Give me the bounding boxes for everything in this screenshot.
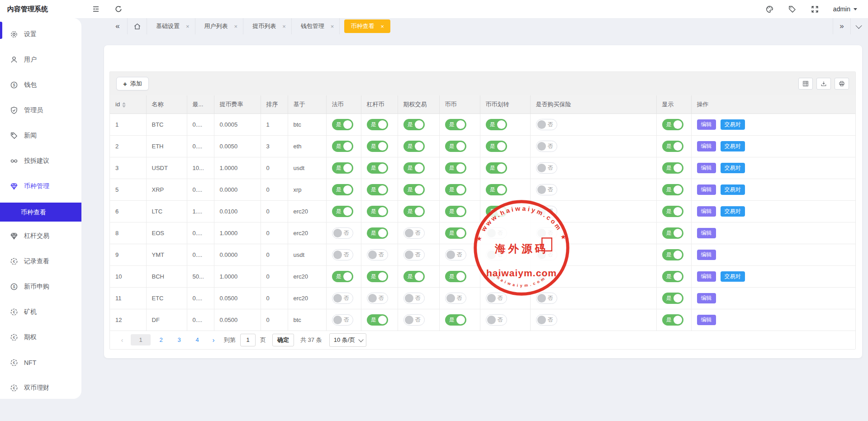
option-toggle[interactable]: 是	[403, 119, 425, 130]
close-tab-icon[interactable]: ×	[186, 24, 190, 29]
edit-button[interactable]: 编辑	[697, 228, 716, 238]
coin-toggle[interactable]: 是	[445, 314, 466, 326]
edit-button[interactable]: 编辑	[697, 163, 716, 173]
lever-toggle[interactable]: 是	[367, 184, 388, 195]
trading-pair-button[interactable]: 交易对	[721, 119, 745, 130]
insurance-toggle[interactable]: 否	[536, 314, 557, 326]
coin-toggle[interactable]: 是	[445, 141, 466, 152]
insurance-toggle[interactable]: 否	[536, 206, 557, 217]
insurance-toggle[interactable]: 否	[536, 162, 557, 174]
coin-toggle[interactable]: 否	[445, 293, 466, 304]
transfer-toggle[interactable]: 是	[486, 206, 507, 217]
collapse-sidebar-icon[interactable]	[91, 5, 100, 14]
column-header-id[interactable]: id	[110, 95, 146, 114]
sidebar-item-nft[interactable]: €NFT	[0, 354, 81, 372]
sidebar-item-admins[interactable]: 管理员	[0, 101, 81, 119]
filter-columns-button[interactable]	[798, 78, 813, 90]
trading-pair-button[interactable]: 交易对	[721, 271, 745, 282]
insurance-toggle[interactable]: 否	[536, 227, 557, 239]
lever-toggle[interactable]: 是	[367, 314, 388, 326]
edit-button[interactable]: 编辑	[697, 184, 716, 195]
show-toggle[interactable]: 是	[662, 184, 683, 195]
sidebar-item-miner[interactable]: €矿机	[0, 303, 81, 321]
sidebar-item-records[interactable]: €记录查看	[0, 252, 81, 270]
option-toggle[interactable]: 否	[403, 249, 425, 260]
show-toggle[interactable]: 是	[662, 206, 683, 217]
show-toggle[interactable]: 是	[662, 227, 683, 239]
sidebar-item-wallet[interactable]: $钱包	[0, 76, 81, 94]
fiat-toggle[interactable]: 否	[332, 227, 353, 239]
option-toggle[interactable]: 否	[403, 314, 425, 326]
close-tab-icon[interactable]: ×	[380, 24, 384, 29]
coin-toggle[interactable]: 是	[445, 206, 466, 217]
sidebar-item-news[interactable]: 新闻	[0, 127, 81, 145]
transfer-toggle[interactable]: 是	[486, 184, 507, 195]
confirm-page-button[interactable]: 确定	[272, 334, 294, 346]
option-toggle[interactable]: 是	[403, 206, 425, 217]
tab-user-list[interactable]: 用户列表×	[195, 18, 244, 34]
fiat-toggle[interactable]: 否	[332, 249, 353, 260]
transfer-toggle[interactable]: 是	[486, 162, 507, 174]
home-tab[interactable]	[128, 18, 147, 34]
fiat-toggle[interactable]: 是	[332, 271, 353, 282]
lever-toggle[interactable]: 是	[367, 119, 388, 130]
tabs-scroll-right-button[interactable]: »	[833, 18, 850, 34]
option-toggle[interactable]: 是	[403, 141, 425, 152]
transfer-toggle[interactable]: 否	[486, 314, 507, 326]
fiat-toggle[interactable]: 是	[332, 141, 353, 152]
show-toggle[interactable]: 是	[662, 249, 683, 260]
tab-base-settings[interactable]: 基础设置×	[147, 18, 195, 34]
page-number-1[interactable]: 1	[131, 334, 151, 345]
close-tab-icon[interactable]: ×	[331, 24, 334, 29]
insurance-toggle[interactable]: 否	[536, 249, 557, 260]
lever-toggle[interactable]: 是	[367, 227, 388, 239]
next-page-button[interactable]: ›	[208, 336, 219, 344]
show-toggle[interactable]: 是	[662, 293, 683, 304]
jump-page-input[interactable]	[240, 334, 256, 346]
prev-page-button[interactable]: ‹	[116, 336, 128, 344]
sidebar-subitem-coin-view[interactable]: 币种查看	[0, 203, 81, 222]
fiat-toggle[interactable]: 是	[332, 206, 353, 217]
fiat-toggle[interactable]: 否	[332, 293, 353, 304]
option-toggle[interactable]: 否	[403, 293, 425, 304]
lever-toggle[interactable]: 是	[367, 141, 388, 152]
page-size-select[interactable]: 10 条/页	[329, 333, 367, 347]
lever-toggle[interactable]: 否	[367, 249, 388, 260]
fullscreen-icon[interactable]	[811, 5, 820, 14]
sidebar-item-coin-manage[interactable]: 币种管理	[0, 177, 81, 195]
add-button[interactable]: + 添加	[116, 77, 149, 90]
insurance-toggle[interactable]: 否	[536, 271, 557, 282]
insurance-toggle[interactable]: 否	[536, 293, 557, 304]
coin-toggle[interactable]: 是	[445, 271, 466, 282]
sidebar-item-option[interactable]: €期权	[0, 328, 81, 346]
show-toggle[interactable]: 是	[662, 314, 683, 326]
transfer-toggle[interactable]: 否	[486, 293, 507, 304]
page-number-2[interactable]: 2	[153, 335, 169, 345]
page-number-3[interactable]: 3	[171, 335, 187, 345]
show-toggle[interactable]: 是	[662, 119, 683, 130]
tab-withdraw-list[interactable]: 提币列表×	[243, 18, 292, 34]
trading-pair-button[interactable]: 交易对	[721, 184, 745, 195]
lever-toggle[interactable]: 是	[367, 162, 388, 174]
tabs-menu-button[interactable]	[850, 18, 868, 34]
transfer-toggle[interactable]: 是	[486, 141, 507, 152]
sidebar-item-leverage[interactable]: 杠杆交易	[0, 227, 81, 245]
trading-pair-button[interactable]: 交易对	[721, 163, 745, 173]
sidebar-item-settings[interactable]: 设置	[0, 25, 81, 43]
fiat-toggle[interactable]: 是	[332, 119, 353, 130]
fiat-toggle[interactable]: 是	[332, 184, 353, 195]
tabs-scroll-left-button[interactable]: «	[108, 18, 128, 34]
coin-toggle[interactable]: 是	[445, 162, 466, 174]
refresh-icon[interactable]	[114, 5, 123, 14]
option-toggle[interactable]: 是	[403, 271, 425, 282]
trading-pair-button[interactable]: 交易对	[721, 141, 745, 151]
edit-button[interactable]: 编辑	[697, 141, 716, 151]
user-menu[interactable]: admin	[833, 5, 857, 13]
coin-toggle[interactable]: 是	[445, 227, 466, 239]
show-toggle[interactable]: 是	[662, 141, 683, 152]
insurance-toggle[interactable]: 否	[536, 141, 557, 152]
transfer-toggle[interactable]: 是	[486, 119, 507, 130]
edit-button[interactable]: 编辑	[697, 119, 716, 130]
tag-icon[interactable]	[788, 5, 797, 14]
option-toggle[interactable]: 是	[403, 184, 425, 195]
